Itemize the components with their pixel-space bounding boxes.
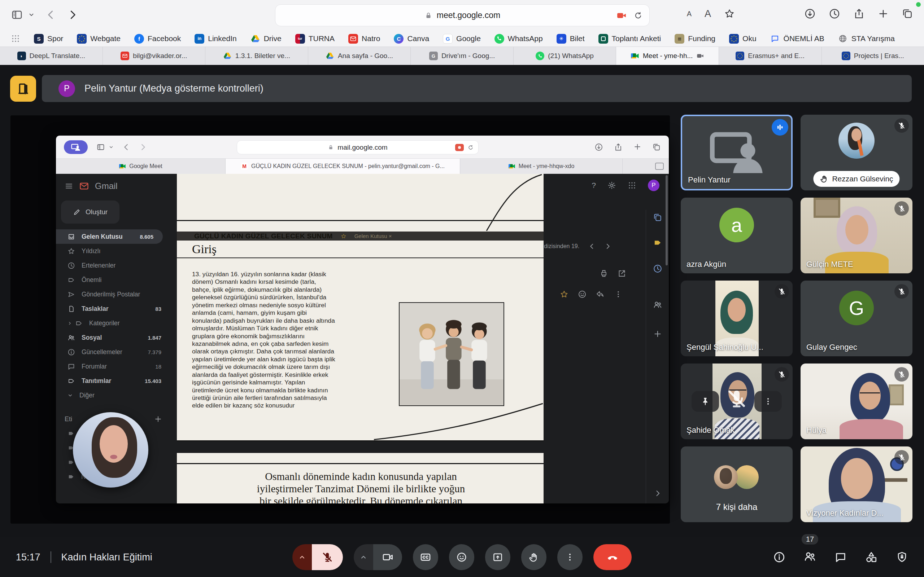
bookmark-funding[interactable]: ▦Funding [675, 34, 716, 44]
shared-back-icon[interactable] [122, 143, 130, 151]
gmail-menu-icon[interactable] [65, 182, 73, 190]
tile-azra-akgun[interactable]: a azra Akgün [681, 198, 793, 273]
rail-expand-icon[interactable] [654, 490, 661, 497]
back-icon[interactable] [45, 10, 56, 20]
host-controls-button[interactable] [896, 551, 908, 563]
gmail-nav-inbox[interactable]: Gelen Kutusu8.605 [56, 229, 163, 244]
downloads-icon[interactable] [804, 8, 816, 19]
bookmark-canva[interactable]: CCanva [394, 34, 429, 44]
bookmark-whatsapp[interactable]: WhatsApp [494, 34, 543, 44]
share-icon[interactable] [853, 8, 865, 19]
bookmark-onemli-ab[interactable]: ÖNEMLİ AB [770, 34, 824, 44]
compose-button[interactable]: Oluştur [61, 200, 120, 224]
bookmark-toplanti-anketi[interactable]: Toplantı Anketi [598, 34, 661, 44]
shared-new-tab-icon[interactable] [633, 143, 641, 151]
shared-tab-stub[interactable] [623, 159, 669, 174]
raise-hand-button[interactable] [521, 544, 546, 570]
gmail-nav-categories[interactable]: Kategoriler [56, 316, 171, 330]
bookmarks-grid-icon[interactable] [11, 34, 20, 43]
tab-whatsapp[interactable]: (21) WhatsApp [514, 47, 617, 65]
bookmark-linkedin[interactable]: inLinkedIn [195, 34, 236, 44]
camera-active-icon[interactable] [616, 10, 627, 21]
bookmark-sta-yarisma[interactable]: STA Yarışma [838, 34, 895, 44]
tab-ana-sayfa[interactable]: Ana sayfa - Goo... [308, 47, 411, 65]
calendar-icon[interactable] [653, 213, 662, 222]
tile-overflow[interactable]: 7 kişi daha [681, 446, 793, 522]
more-options-button[interactable] [557, 544, 583, 570]
shared-tab-gmail-active[interactable]: MGÜÇLÜ KADIN GÜZEL GELECEK SUNUM - pelin… [226, 159, 460, 174]
message-star-icon[interactable] [560, 290, 569, 298]
open-in-new-icon[interactable] [617, 269, 626, 278]
people-panel-button[interactable] [803, 550, 816, 563]
new-tab-icon[interactable] [878, 8, 888, 19]
tile-vizyoner-kadinlar[interactable]: Vizyoner Kadınlar D... [801, 446, 913, 522]
tab-deepl[interactable]: ◗DeepL Translate... [0, 47, 103, 65]
tab-overview-icon[interactable] [901, 8, 913, 19]
gmail-nav-starred[interactable]: Yıldızlı [56, 244, 171, 258]
print-icon[interactable] [599, 269, 608, 278]
shared-downloads-icon[interactable] [594, 143, 603, 152]
meeting-details-button[interactable] [773, 551, 785, 563]
gmail-nav-snoozed[interactable]: Ertelenenler [56, 258, 171, 272]
shared-tab-overview-icon[interactable] [652, 143, 661, 152]
present-button[interactable] [485, 544, 510, 570]
gmail-nav-updates[interactable]: Güncellemeler7.379 [56, 345, 171, 359]
shared-profile-pill[interactable] [64, 140, 88, 154]
tile-hulya[interactable]: Hülya [801, 364, 913, 439]
font-larger-button[interactable]: A [704, 8, 711, 19]
bookmark-star-icon[interactable] [724, 8, 735, 19]
gmail-nav-drafts[interactable]: Taslaklar83 [56, 301, 171, 316]
account-avatar[interactable]: P [648, 180, 659, 191]
tile-gulcin-mete[interactable]: Gülçin METE [801, 198, 913, 273]
tab-projects[interactable]: Projects | Eras... [822, 47, 924, 65]
emoji-reaction-icon[interactable] [578, 290, 586, 298]
gmail-nav-promotions[interactable]: Tanıtımlar15.403 [56, 374, 171, 388]
history-icon[interactable] [829, 8, 840, 19]
help-icon[interactable]: ? [591, 181, 596, 190]
gmail-nav-sent[interactable]: Gönderilmiş Postalar [56, 287, 171, 301]
tab-erasmus[interactable]: Erasmus+ and E... [719, 47, 822, 65]
add-label-icon[interactable] [154, 415, 162, 423]
tab-biletler[interactable]: 1.3.1. Biletler ve... [205, 47, 308, 65]
keep-icon[interactable] [653, 238, 662, 247]
camera-toggle-button[interactable] [373, 544, 402, 570]
tab-bilgi-mail[interactable]: bilgi@vikader.or... [103, 47, 206, 65]
url-bar[interactable]: meet.google.com [275, 4, 650, 26]
tasks-icon[interactable] [653, 264, 662, 273]
shared-reload-icon[interactable] [467, 144, 474, 151]
tile-sengul-sahinoglu[interactable]: Şengül Şahinoğlu U... [681, 280, 793, 356]
activities-button[interactable] [865, 551, 878, 564]
tile-gulay-gengec[interactable]: G Gulay Gengec [801, 280, 913, 356]
bookmark-turna[interactable]: turTURNA [295, 34, 334, 44]
scrollbar[interactable] [666, 175, 668, 266]
settings-gear-icon[interactable] [607, 181, 616, 190]
mic-toggle-button[interactable] [312, 544, 343, 570]
tile-rezzan-gulsevinc[interactable]: Rezzan Gülsevinç [801, 115, 913, 190]
bookmark-natro[interactable]: Natro [348, 34, 380, 44]
contacts-icon[interactable] [653, 300, 662, 309]
gmail-nav-forums[interactable]: Forumlar18 [56, 359, 171, 374]
forward-icon[interactable] [67, 10, 78, 20]
newer-icon[interactable] [604, 243, 611, 250]
tile-pelin-yantur[interactable]: Pelin Yantur [681, 115, 793, 190]
reply-icon[interactable] [596, 290, 604, 298]
reload-icon[interactable] [633, 11, 643, 20]
tile-more-button[interactable] [754, 391, 782, 412]
message-more-icon[interactable] [614, 290, 623, 298]
sidebar-chevron-icon[interactable] [28, 11, 35, 18]
shared-tab-meet-code[interactable]: Meet - yme-hhqw-xdo [460, 159, 623, 174]
bookmark-facebook[interactable]: fFacebook [134, 34, 181, 44]
mic-options-button[interactable] [292, 544, 312, 570]
bookmark-google[interactable]: GGoogle [443, 34, 481, 44]
tab-meet-active[interactable]: Meet - yme-hh... [616, 47, 719, 65]
end-call-button[interactable] [593, 544, 632, 570]
rail-add-icon[interactable] [653, 330, 662, 338]
shared-sidebar-icon[interactable] [96, 143, 105, 152]
shared-forward-icon[interactable] [139, 143, 147, 151]
gmail-nav-important[interactable]: Önemli [56, 272, 171, 287]
sidebar-toggle-icon[interactable] [11, 9, 23, 21]
bookmark-spor[interactable]: SSpor [34, 34, 63, 44]
shared-share-icon[interactable] [614, 143, 623, 152]
shared-tab-google-meet[interactable]: Google Meet [56, 159, 226, 174]
gmail-nav-social[interactable]: Sosyal1.847 [56, 330, 171, 345]
